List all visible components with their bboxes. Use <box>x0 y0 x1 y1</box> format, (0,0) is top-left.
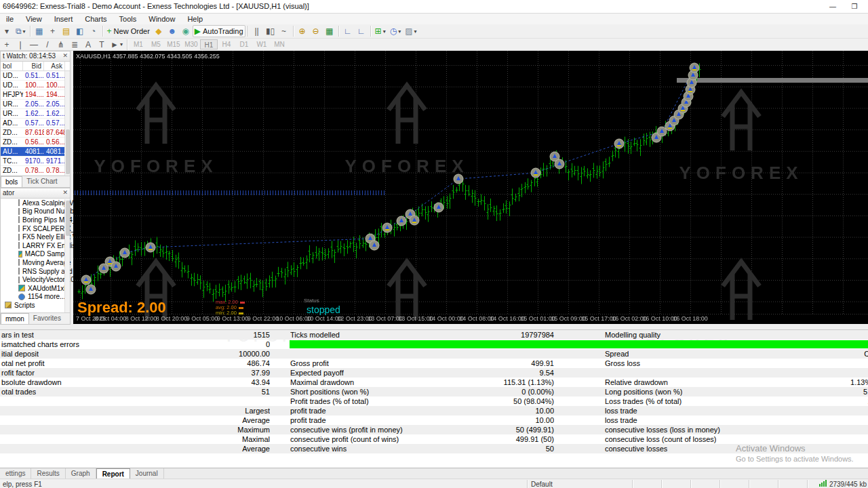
timeframe-button-h4[interactable]: H4 <box>218 39 235 49</box>
tester-tab-journal[interactable]: Journal <box>130 468 164 479</box>
navigator-item-big-round-numb[interactable]: Big Round Numb <box>1 207 70 216</box>
crosshair-button[interactable]: + <box>46 25 60 37</box>
metaeditor-button[interactable]: ◆ <box>152 25 165 37</box>
navigator-item-xaudotm1xll[interactable]: XAUdotM1xll <box>1 284 70 293</box>
navigator-item-macd-sample[interactable]: MACD Sample <box>1 250 70 259</box>
minimize-button[interactable]: — <box>825 1 841 12</box>
report-value <box>746 406 868 415</box>
market-watch-row[interactable]: UD...0.51...0.51... <box>1 71 70 81</box>
trendline-tool[interactable]: / <box>41 39 54 51</box>
cursor-crosshair-tool[interactable]: + <box>0 39 14 51</box>
market-watch-scrollbar[interactable] <box>64 71 70 176</box>
arrange-indicators-button[interactable]: ∟ <box>341 25 355 37</box>
shapes-tool[interactable]: ►▾ <box>108 39 125 51</box>
report-value <box>136 396 270 406</box>
bar-chart-button[interactable]: || <box>250 25 264 37</box>
navigator-item-alexa-scalping-v3[interactable]: Alexa Scalping V3 <box>1 199 70 207</box>
add-indicator-button[interactable]: ⊞▾ <box>373 25 388 37</box>
timeframe-button-m30[interactable]: M30 <box>182 39 200 49</box>
menu-item-window[interactable]: Window <box>142 14 181 24</box>
market-watch-row[interactable]: HFJPY194....194.... <box>1 90 70 100</box>
strategy-tester-button[interactable]: ◔ <box>87 25 100 37</box>
navigator-button[interactable]: ▤ <box>60 25 73 37</box>
tab-bols[interactable]: bols <box>1 176 22 187</box>
horizontal-line-tool[interactable]: — <box>27 39 41 51</box>
market-watch-row[interactable]: ZD...87.61887.648 <box>1 128 70 138</box>
profile-status-cell[interactable]: Default <box>528 480 633 488</box>
market-watch-row[interactable]: ZD...0.56...0.56... <box>1 138 70 147</box>
arrange-periods-button[interactable]: ∟ <box>355 25 368 37</box>
autotrading-button[interactable]: ▶AutoTrading <box>193 25 245 37</box>
timeframe-button-d1[interactable]: D1 <box>235 39 253 49</box>
tab-tick-chart[interactable]: Tick Chart <box>22 176 61 187</box>
channel-tool[interactable]: ⋔ <box>54 39 68 51</box>
timeframe-button-h1[interactable]: H1 <box>200 39 218 49</box>
indicator-icon <box>18 242 20 249</box>
menu-item-ile[interactable]: ile <box>0 14 20 24</box>
tab-mmon[interactable]: mmon <box>1 313 29 324</box>
fibonacci-tool[interactable]: ≣ <box>68 39 81 51</box>
market-watch-row[interactable]: ZD...0.78...0.78... <box>1 166 70 176</box>
line-chart-icon: ~ <box>281 26 286 36</box>
tester-tab-graph[interactable]: Graph <box>66 468 96 479</box>
x-axis-label: 12 Oct 23:00 <box>337 315 372 322</box>
timeframe-button-w1[interactable]: W1 <box>253 39 271 49</box>
navigator-item-scripts[interactable]: Scripts <box>1 301 70 310</box>
navigator-item-fx-scalper-x-2-0[interactable]: FX SCALPER X_2.0 <box>1 224 70 233</box>
market-watch-button[interactable]: ▦ <box>33 25 46 37</box>
bid-cell: 194.... <box>23 90 44 99</box>
navigator-item-fx5-neely-elliot-w[interactable]: FX5 Neely Elliot W <box>1 232 70 241</box>
news-button[interactable]: ◉ <box>179 25 193 37</box>
zoom-out-button[interactable]: ⊖ <box>309 25 323 37</box>
text-tool[interactable]: A <box>81 39 95 51</box>
tab-favorites[interactable]: Favorites <box>29 313 65 324</box>
line-chart-button[interactable]: ~ <box>277 25 291 37</box>
timeframe-button-m5[interactable]: M5 <box>147 39 165 49</box>
templates-button[interactable]: ▨▾ <box>403 25 418 37</box>
menu-item-view[interactable]: View <box>20 14 48 24</box>
navigator-item-moving-average[interactable]: Moving Average <box>1 258 70 267</box>
tester-tab-results[interactable]: Results <box>31 468 65 479</box>
tile-windows-button[interactable]: ▦ <box>323 25 336 37</box>
tester-tab-report[interactable]: Report <box>96 468 130 479</box>
menu-item-insert[interactable]: Insert <box>48 14 79 24</box>
navigator-item-velocityvector2-0[interactable]: VelocityVector2.0 <box>1 275 70 284</box>
periods-button[interactable]: ◷▾ <box>388 25 403 37</box>
templates-icon: ▨ <box>405 26 412 36</box>
close-icon[interactable]: ✕ <box>62 189 68 196</box>
candlestick-button[interactable]: ▮▯ <box>264 25 277 37</box>
ask-column-header[interactable]: Ask <box>44 62 65 70</box>
market-watch-row[interactable]: AD...0.57...0.57... <box>1 119 70 128</box>
navigator-item-more[interactable]: 1154 more... <box>1 293 70 302</box>
timeframe-button-m1[interactable]: M1 <box>130 39 147 49</box>
label-tool[interactable]: T <box>95 39 108 51</box>
spread-bar-icon <box>239 312 243 314</box>
vertical-line-tool[interactable]: | <box>14 39 27 51</box>
symbol-column-header[interactable]: bol <box>1 62 23 70</box>
timeframe-button-mn[interactable]: MN <box>271 39 288 49</box>
market-watch-row[interactable]: TC...9170...9171... <box>1 157 70 166</box>
close-icon[interactable]: ✕ <box>62 52 68 59</box>
save-profile-button[interactable]: ⧉▾ <box>14 25 28 37</box>
navigator-item-boring-pips-mt4-[interactable]: Boring Pips MT4_ <box>1 216 70 224</box>
navigator-scrollbar[interactable] <box>64 199 70 313</box>
data-window-button[interactable]: ◧ <box>73 25 87 37</box>
zoom-in-button[interactable]: ⊕ <box>296 25 309 37</box>
market-watch-row[interactable]: UR...1.62...1.62... <box>1 109 70 119</box>
market-watch-row[interactable]: UR...2.05...2.05... <box>1 100 70 109</box>
maximize-button[interactable]: ❐ <box>846 1 863 12</box>
menu-item-charts[interactable]: Charts <box>79 14 113 24</box>
profiles-caret-icon[interactable]: ▾ <box>0 25 14 37</box>
price-chart-canvas[interactable] <box>73 51 868 324</box>
menu-item-help[interactable]: Help <box>181 14 209 24</box>
timeframe-button-m15[interactable]: M15 <box>165 39 182 49</box>
bid-column-header[interactable]: Bid <box>23 62 44 70</box>
navigator-item-rns-supply-and-d[interactable]: RNS Supply and D <box>1 267 70 276</box>
menu-item-tools[interactable]: Tools <box>113 14 143 24</box>
market-watch-row[interactable]: UD...100....100.... <box>1 81 70 90</box>
market-watch-row[interactable]: AU...4081....4081.... <box>1 147 70 157</box>
new-order-button[interactable]: +New Order <box>105 25 152 37</box>
tester-tab-ettings[interactable]: ettings <box>0 468 31 479</box>
navigator-item-larry-fx-english[interactable]: LARRY FX English <box>1 241 70 250</box>
experts-button[interactable]: ☻ <box>165 25 179 37</box>
